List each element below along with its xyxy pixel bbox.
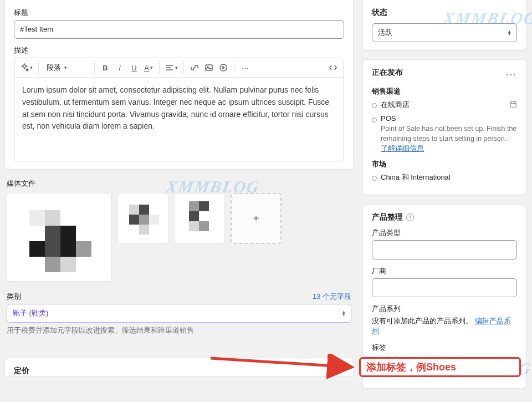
text-color-dropdown[interactable]: A▾ bbox=[141, 60, 156, 75]
status-card: 状态 活跃 ▴▾ bbox=[362, 0, 526, 50]
collections-empty-text: 没有可添加此产品的产品系列。 bbox=[372, 317, 473, 325]
media-section: 媒体文件 bbox=[4, 179, 354, 282]
organize-title: 产品整理 i bbox=[372, 212, 517, 222]
media-add-button[interactable]: + bbox=[231, 193, 282, 244]
status-title: 状态 bbox=[372, 8, 517, 18]
chevron-updown-icon: ▴▾ bbox=[508, 30, 511, 35]
publishing-title: 正在发布 bbox=[372, 68, 403, 78]
rich-text-editor: ▾ 段落 ▾ B I U A▾ bbox=[14, 58, 344, 161]
metafields-link[interactable]: 13 个元字段 bbox=[313, 292, 351, 302]
image-button[interactable] bbox=[202, 60, 216, 75]
channel-online-label: 在线商店 bbox=[381, 100, 410, 110]
underline-button[interactable]: U bbox=[127, 60, 141, 75]
channels-label: 销售渠道 bbox=[372, 86, 517, 96]
publishing-card: 正在发布 ⋯ 销售渠道 在线商店 POS Point of Sale has n… bbox=[362, 59, 526, 195]
category-help: 用于税费并添加元字段以改进搜索、筛选结果和跨渠道销售 bbox=[7, 326, 351, 335]
italic-button[interactable]: I bbox=[112, 60, 127, 75]
link-button[interactable] bbox=[187, 60, 202, 75]
markets-value: China 和 International bbox=[372, 172, 517, 182]
title-card: 标题 描述 ▾ 段落 ▾ bbox=[4, 0, 354, 170]
tags-label: 标签 bbox=[372, 343, 517, 353]
paragraph-style-label: 段落 bbox=[47, 63, 61, 73]
video-button[interactable] bbox=[216, 60, 231, 75]
vendor-input[interactable] bbox=[372, 278, 517, 297]
paragraph-style-dropdown[interactable]: 段落 ▾ bbox=[42, 60, 91, 75]
category-section: 类别 13 个元字段 靴子 (鞋类) ▴▾ 用于税费并添加元字段以改进搜索、筛选… bbox=[4, 282, 354, 335]
product-type-input[interactable] bbox=[372, 240, 517, 259]
channel-pos-label: POS bbox=[381, 114, 517, 123]
channel-online-store: 在线商店 bbox=[372, 100, 517, 110]
title-input[interactable] bbox=[14, 20, 344, 39]
pricing-title: 定价 bbox=[14, 366, 344, 376]
html-view-button[interactable] bbox=[326, 60, 340, 75]
category-label: 类别 bbox=[7, 292, 21, 302]
status-select[interactable]: 活跃 ▴▾ bbox=[372, 23, 517, 42]
category-value: 靴子 (鞋类) bbox=[13, 308, 48, 318]
publishing-more-button[interactable]: ⋯ bbox=[506, 68, 517, 80]
calendar-icon[interactable] bbox=[509, 100, 517, 110]
title-label: 标题 bbox=[14, 8, 344, 18]
status-value: 活跃 bbox=[378, 28, 392, 38]
description-label: 描述 bbox=[14, 45, 344, 55]
pos-note: Point of Sale has not been set up. Finis… bbox=[381, 124, 517, 144]
chevron-updown-icon: ▴▾ bbox=[342, 311, 345, 316]
editor-toolbar: ▾ 段落 ▾ B I U A▾ bbox=[14, 58, 344, 78]
product-type-label: 产品类型 bbox=[372, 228, 517, 238]
svg-rect-6 bbox=[510, 101, 516, 107]
media-label: 媒体文件 bbox=[7, 179, 351, 189]
pos-learn-more-link[interactable]: 了解详细信息 bbox=[381, 144, 424, 152]
collections-label: 产品系列 bbox=[372, 304, 517, 314]
media-thumb-3[interactable] bbox=[174, 193, 225, 244]
pricing-card: 定价 bbox=[4, 358, 354, 376]
organize-title-text: 产品整理 bbox=[372, 212, 403, 222]
vendor-label: 厂商 bbox=[372, 266, 517, 276]
media-thumb-1[interactable] bbox=[7, 193, 112, 282]
channel-pos: POS Point of Sale has not been set up. F… bbox=[372, 114, 517, 154]
markets-label: 市场 bbox=[372, 159, 517, 169]
info-icon[interactable]: i bbox=[406, 213, 414, 221]
media-thumb-2[interactable] bbox=[117, 193, 168, 244]
svg-rect-3 bbox=[206, 65, 212, 70]
bold-button[interactable]: B bbox=[98, 60, 112, 75]
description-body[interactable]: Lorum ipsum dolor sit amet, consectetur … bbox=[14, 78, 344, 161]
tags-callout-text: 添加标签，例Shoes bbox=[366, 360, 456, 374]
more-button[interactable]: ⋯ bbox=[238, 60, 252, 75]
plus-icon: + bbox=[253, 212, 259, 225]
align-dropdown[interactable]: ▾ bbox=[163, 60, 180, 75]
ai-tools-dropdown[interactable]: ▾ bbox=[18, 60, 35, 75]
category-select[interactable]: 靴子 (鞋类) ▴▾ bbox=[7, 304, 351, 323]
tags-callout: 添加标签，例Shoes bbox=[359, 357, 521, 377]
